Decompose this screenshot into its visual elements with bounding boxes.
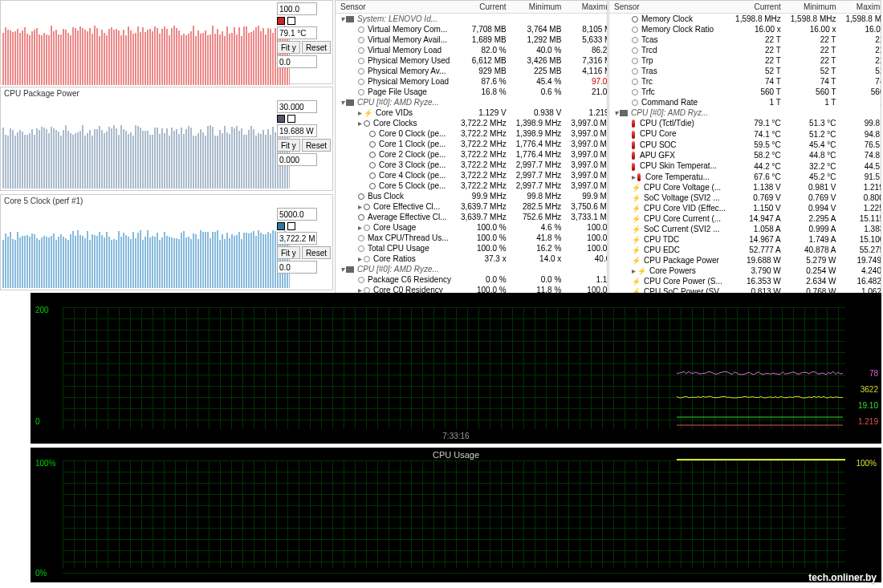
expand-icon[interactable]: ▸	[632, 266, 636, 275]
sensor-row[interactable]: CPU Core74.1 °C51.2 °C94.8 °C75.7 °C	[609, 128, 881, 139]
sensor-row[interactable]: Trfc560 T560 T560 T	[609, 87, 881, 97]
sensor-row[interactable]: ⚡CPU EDC52.777 A40.878 A55.275 A52.831 A	[609, 245, 881, 255]
sensor-row[interactable]: Average Effective Cl...3,639.7 MHz752.6 …	[336, 212, 608, 222]
sensor-row[interactable]: Command Rate1 T1 T1 T	[609, 97, 881, 107]
sensor-row[interactable]: ▸Core Ratios37.3 x14.0 x40.0 x36.8 x	[336, 253, 608, 264]
column-header[interactable]: Minimum	[786, 1, 841, 14]
sensor-row[interactable]: ⚡CPU TDC14.967 A1.749 A15.100 A14.627 A	[609, 234, 881, 245]
expand-icon[interactable]: ▸	[358, 254, 362, 263]
color-swatch2[interactable]	[287, 222, 295, 230]
fit-y-button[interactable]: Fit y	[277, 139, 300, 152]
sensor-row[interactable]: Physical Memory Load87.6 %45.4 %97.0 %90…	[336, 76, 608, 87]
multi-sensor-graph[interactable]: 200 0 7:33:16 78362219.101.219	[31, 293, 881, 444]
sensor-group-row[interactable]: ▾CPU [#0]: AMD Ryz...	[609, 107, 881, 118]
sensor-row[interactable]: ⚡CPU Core VID (Effec...1.150 V0.994 V1.2…	[609, 203, 881, 213]
sensor-row[interactable]: Physical Memory Av...929 MB225 MB4,116 M…	[336, 66, 608, 76]
sensor-row[interactable]: CPU Skin Temperat...44.2 °C32.2 °C44.5 °…	[609, 160, 881, 171]
sensor-row[interactable]: ⚡CPU Package Power19.688 W5.279 W19.749 …	[609, 255, 881, 266]
column-header[interactable]: Sensor	[609, 1, 730, 14]
sensor-row[interactable]: Virtual Memory Com...7,708 MB3,764 MB8,1…	[336, 24, 608, 34]
sensor-row[interactable]: Trp22 T22 T22 T	[609, 55, 881, 66]
fit-y-button[interactable]: Fit y	[277, 246, 300, 259]
sensor-row[interactable]: Core 5 Clock (pe...3,722.2 MHz2,997.7 MH…	[336, 180, 608, 191]
column-header[interactable]: Sensor	[336, 1, 456, 14]
color-swatch[interactable]	[277, 222, 285, 230]
sensor-row[interactable]: CPU (Tctl/Tdie)79.1 °C51.3 °C99.8 °C81.5…	[609, 118, 881, 128]
sensor-row[interactable]: ▸⚡Core VIDs1.129 V0.938 V1.219 V1.095 V	[336, 107, 608, 118]
sensor-row[interactable]: Physical Memory Used6,612 MB3,426 MB7,31…	[336, 55, 608, 66]
max-input[interactable]	[277, 2, 317, 15]
collapse-icon[interactable]: ▾	[614, 108, 618, 117]
sensor-table-left[interactable]: SensorCurrentMinimumMaximumAverage▾Syste…	[335, 0, 608, 337]
reset-button[interactable]: Reset	[302, 139, 331, 152]
sensor-row[interactable]: Trc74 T74 T74 T	[609, 76, 881, 87]
sensor-row[interactable]: Tcas22 T22 T22 T	[609, 34, 881, 45]
sensor-group-row[interactable]: ▾System: LENOVO Id...	[336, 14, 608, 25]
expand-icon[interactable]: ▸	[358, 108, 362, 117]
sensor-row[interactable]: ⚡CPU Core Current (...14.947 A2.295 A15.…	[609, 213, 881, 224]
sensor-row[interactable]: ⚡SoC Current (SVI2 ...1.058 A0.999 A1.38…	[609, 224, 881, 234]
mini-graph[interactable]	[2, 100, 290, 189]
sensor-row[interactable]: ▸Core Temperatu...67.6 °C45.2 °C91.5 °C6…	[609, 172, 881, 182]
color-swatch[interactable]	[277, 115, 285, 123]
color-swatch2[interactable]	[287, 17, 295, 25]
color-swatch[interactable]	[277, 17, 285, 25]
sensor-row[interactable]: Core 0 Clock (pe...3,722.2 MHz1,398.9 MH…	[336, 128, 608, 139]
min-input[interactable]	[277, 153, 317, 166]
cpu-usage-graph[interactable]: CPU Usage 100% 0% 100%	[31, 448, 881, 582]
sensor-row[interactable]: ▸Core Effective Cl...3,639.7 MHz282.5 MH…	[336, 201, 608, 212]
sensor-group-row[interactable]: ▾CPU [#0]: AMD Ryze...	[336, 264, 608, 274]
min-input[interactable]	[277, 55, 317, 68]
y-max-right: 100%	[856, 459, 877, 468]
expand-icon[interactable]: ▸	[632, 172, 636, 181]
collapse-icon[interactable]: ▾	[340, 265, 344, 274]
sensor-row[interactable]: Tras52 T52 T52 T	[609, 66, 881, 76]
sensor-row[interactable]: CPU SOC59.5 °C45.4 °C76.5 °C60.1 °C	[609, 140, 881, 150]
column-header[interactable]: Current	[730, 1, 786, 14]
fit-y-button[interactable]: Fit y	[277, 41, 300, 54]
column-header[interactable]: Maximum	[840, 1, 881, 14]
collapse-icon[interactable]: ▾	[340, 14, 344, 23]
sensor-row[interactable]: Core 2 Clock (pe...3,722.2 MHz1,776.4 MH…	[336, 149, 608, 160]
sensor-row[interactable]: ▸Core Usage100.0 %4.6 %100.0 %99.8 %	[336, 222, 608, 233]
sensor-row[interactable]: Virtual Memory Load82.0 %40.0 %86.2 %83.…	[336, 45, 608, 55]
expand-icon[interactable]: ▸	[358, 119, 362, 128]
sensor-row[interactable]: ⚡SoC Voltage (SVI2 ...0.769 V0.769 V0.80…	[609, 193, 881, 203]
sensor-row[interactable]: Package C6 Residency0.0 %0.0 %1.1 %0.0 %	[336, 274, 608, 285]
max-input[interactable]	[277, 208, 317, 221]
reset-button[interactable]: Reset	[302, 246, 331, 259]
sensor-group-row[interactable]: ▾CPU [#0]: AMD Ryze...	[336, 97, 608, 107]
expand-icon[interactable]: ▸	[358, 202, 362, 211]
column-header[interactable]: Current	[456, 1, 511, 14]
clock-icon	[358, 193, 364, 200]
sensor-table-right[interactable]: SensorCurrentMinimumMaximumAverageMemory…	[608, 0, 881, 337]
reset-button[interactable]: Reset	[302, 41, 331, 54]
sensor-row[interactable]: Core 1 Clock (pe...3,722.2 MHz1,776.4 MH…	[336, 139, 608, 149]
sensor-row[interactable]: Virtual Memory Avail...1,689 MB1,292 MB5…	[336, 34, 608, 45]
sensor-row[interactable]: Bus Clock99.9 MHz99.8 MHz99.9 MHz99.9 MH…	[336, 191, 608, 201]
mini-graph[interactable]	[2, 208, 290, 288]
sensor-row[interactable]: Core 3 Clock (pe...3,722.2 MHz2,997.7 MH…	[336, 160, 608, 170]
sensor-row[interactable]: APU GFX58.2 °C44.8 °C74.8 °C58.8 °C	[609, 150, 881, 160]
sensor-row[interactable]: Trcd22 T22 T22 T	[609, 45, 881, 55]
sensor-row[interactable]: ▸Core Clocks3,722.2 MHz1,398.9 MHz3,997.…	[336, 118, 608, 128]
color-swatch2[interactable]	[287, 115, 295, 123]
sensor-row[interactable]: Total CPU Usage100.0 %16.2 %100.0 %99.8 …	[336, 243, 608, 253]
column-header[interactable]: Maximum	[566, 1, 608, 14]
sensor-row[interactable]: ⚡CPU Core Voltage (...1.138 V0.981 V1.21…	[609, 182, 881, 193]
sensor-icon	[632, 99, 638, 106]
min-input[interactable]	[277, 261, 317, 274]
sensor-row[interactable]: Page File Usage16.8 %0.6 %21.0 %13.5 %	[336, 87, 608, 97]
sensor-row[interactable]: Memory Clock1,598.8 MHz1,598.8 MHz1,598.…	[609, 14, 881, 25]
column-header[interactable]: Minimum	[511, 1, 567, 14]
mini-graph[interactable]	[2, 2, 290, 85]
collapse-icon[interactable]: ▾	[340, 98, 344, 107]
max-input[interactable]	[277, 100, 317, 113]
sensor-row[interactable]: Memory Clock Ratio16.00 x16.00 x16.00 x1…	[609, 24, 881, 34]
sensor-row[interactable]: ⚡CPU Core Power (S...16.353 W2.634 W16.4…	[609, 276, 881, 286]
sensor-row[interactable]: Max CPU/Thread Us...100.0 %41.8 %100.0 %…	[336, 233, 608, 243]
mini-graph-panel: Fit yReset	[0, 0, 333, 84]
sensor-row[interactable]: ▸⚡Core Powers3.790 W0.254 W4.240 W3.687 …	[609, 266, 881, 276]
expand-icon[interactable]: ▸	[358, 223, 362, 232]
sensor-row[interactable]: Core 4 Clock (pe...3,722.2 MHz2,997.7 MH…	[336, 170, 608, 180]
